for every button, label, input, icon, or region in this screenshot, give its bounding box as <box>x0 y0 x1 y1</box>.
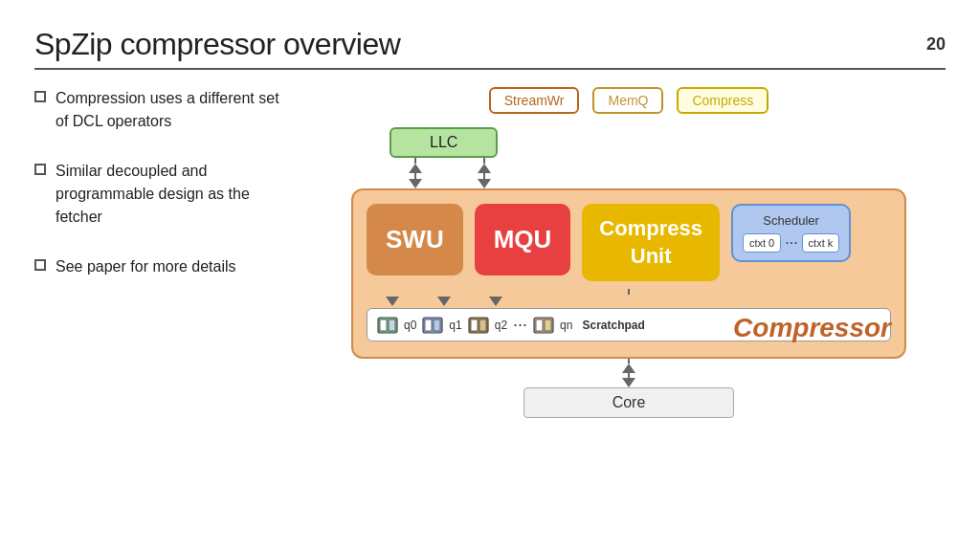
svg-rect-11 <box>545 320 551 331</box>
ctxt-0: ctxt 0 <box>743 233 781 253</box>
bullet-text-1: Compression uses a different set of DCL … <box>56 87 283 133</box>
qn-label: qn <box>560 319 572 332</box>
compress-unit-line1: Compress <box>599 216 702 240</box>
diagram: StreamWr MemQ Compress LLC <box>312 87 946 418</box>
top-labels-row: StreamWr MemQ Compress <box>489 87 769 114</box>
scheduler-box: Scheduler ctxt 0 ··· ctxt k <box>731 204 851 262</box>
compress-unit-box: Compress Unit <box>582 204 720 281</box>
compress-unit-line2: Unit <box>631 244 672 268</box>
bullet-text-3: See paper for more details <box>56 255 236 278</box>
core-container: Core <box>351 387 906 418</box>
core-arrow <box>533 359 724 387</box>
bullet-item-2: Similar decoupled and programmable desig… <box>34 160 283 229</box>
bullets-column: Compression uses a different set of DCL … <box>34 87 283 305</box>
scratchpad-arrows <box>367 297 891 306</box>
bullet-icon-1 <box>34 91 46 102</box>
svg-rect-5 <box>434 320 440 331</box>
bullet-item-3: See paper for more details <box>34 255 283 278</box>
tag-memq: MemQ <box>592 87 663 114</box>
compressor-label: Compressor <box>733 313 891 343</box>
compressor-box: SWU MQU Compress Unit Scheduler ctxt 0 ·… <box>351 188 906 359</box>
svg-rect-1 <box>380 320 387 331</box>
svg-rect-8 <box>479 320 486 331</box>
bullet-item-1: Compression uses a different set of DCL … <box>34 87 283 133</box>
scratchpad-dots: ··· <box>513 315 527 335</box>
q2-label: q2 <box>495 319 507 332</box>
svg-rect-10 <box>536 320 543 331</box>
swu-box: SWU <box>367 204 463 276</box>
bullet-text-2: Similar decoupled and programmable desig… <box>56 160 283 229</box>
core-box: Core <box>523 387 734 418</box>
compressor-units-row: SWU MQU Compress Unit Scheduler ctxt 0 ·… <box>367 204 891 281</box>
scratchpad-label: Scratchpad <box>582 319 644 332</box>
dots-icon: ··· <box>785 234 797 252</box>
slide-content: Compression uses a different set of DCL … <box>34 87 946 418</box>
queue-icon-q0 <box>377 317 398 334</box>
scheduler-label: Scheduler <box>743 213 839 228</box>
queue-icon-qn <box>533 317 554 334</box>
bullet-icon-2 <box>34 164 46 175</box>
svg-rect-4 <box>425 320 432 331</box>
llc-box: LLC <box>390 127 498 158</box>
tag-streamwr: StreamWr <box>489 87 580 114</box>
q0-label: q0 <box>404 319 416 332</box>
slide: SpZip compressor overview 20 Compression… <box>0 0 980 551</box>
slide-header: SpZip compressor overview 20 <box>34 27 946 70</box>
arrow-llc-mqu <box>478 158 491 188</box>
tag-compress: Compress <box>677 87 768 114</box>
slide-number: 20 <box>926 27 946 55</box>
q1-label: q1 <box>449 319 461 332</box>
svg-rect-2 <box>389 320 395 331</box>
bullet-icon-3 <box>34 259 46 271</box>
slide-title: SpZip compressor overview <box>34 27 400 62</box>
mqu-box: MQU <box>475 204 571 276</box>
scheduler-ctxts: ctxt 0 ··· ctxt k <box>743 233 839 253</box>
queue-icon-q1 <box>422 317 443 334</box>
arrow-llc-swu <box>409 158 422 188</box>
svg-rect-7 <box>471 320 478 331</box>
ctxt-k: ctxt k <box>802 233 840 253</box>
queue-icon-q2 <box>468 317 489 334</box>
